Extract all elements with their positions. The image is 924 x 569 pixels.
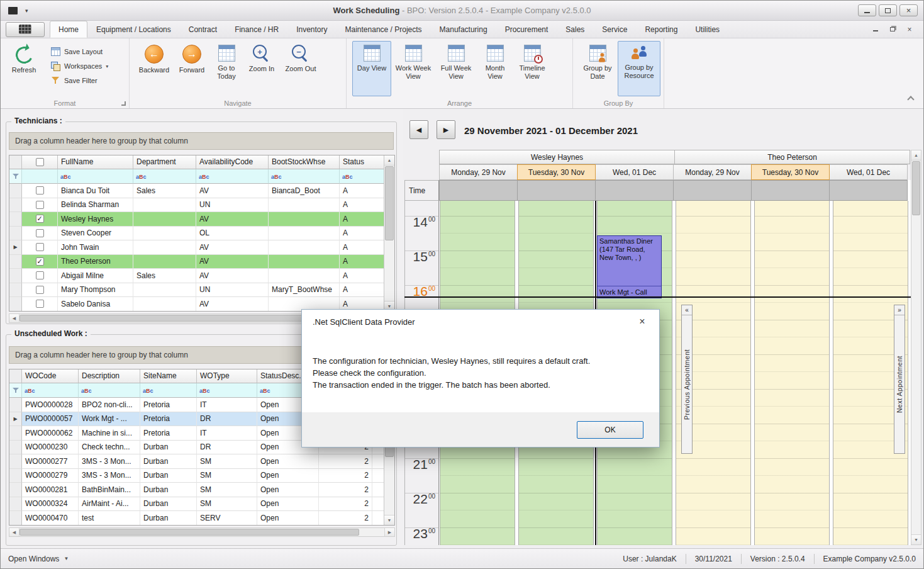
filter-cell-fullname[interactable]: aBc <box>58 169 133 184</box>
cell-department[interactable] <box>133 198 196 213</box>
row-checkbox-cell[interactable] <box>22 255 58 269</box>
cell-wocode[interactable]: WO0000470 <box>22 511 79 526</box>
cell-wotype[interactable]: DR <box>197 412 257 427</box>
day-header-wesley-haynes-tuesday-30-nov[interactable]: Tuesday, 30 Nov <box>517 164 596 180</box>
cell-wocode[interactable]: WO0000277 <box>22 454 79 469</box>
filter-indicator-cell[interactable] <box>9 383 22 398</box>
cell-sitename[interactable]: Pretoria <box>140 426 197 441</box>
tab-contract[interactable]: Contract <box>180 21 226 38</box>
zoom-in-button[interactable]: Zoom In <box>243 41 280 96</box>
cell-description[interactable]: Work Mgt - ... <box>79 412 140 427</box>
cell-fullname[interactable]: Belinda Sharman <box>58 198 133 213</box>
cell-wotype[interactable]: DR <box>197 441 257 455</box>
cell-availabilitycode[interactable]: AV <box>196 212 269 227</box>
timeline-view-button[interactable]: Timeline View <box>513 41 551 96</box>
technician-row[interactable]: Abigail MilneSalesAVA <box>9 269 385 283</box>
cell-description[interactable]: Machine in si... <box>79 426 140 441</box>
appointment[interactable]: Samanthas Diner (147 Tar Road, New Town,… <box>597 235 662 298</box>
allday-cell-wesley-haynes-wed-01-dec[interactable] <box>595 180 674 201</box>
technician-row[interactable]: ▶John TwainAVA <box>9 240 385 255</box>
technician-row[interactable]: Belinda SharmanUNA <box>9 198 385 213</box>
allday-cell-wesley-haynes-monday-29-nov[interactable] <box>439 180 518 201</box>
row-checkbox[interactable] <box>36 229 44 237</box>
cell-description[interactable]: 3MS - 3 Mon... <box>79 454 140 469</box>
cell-status[interactable]: A <box>340 283 385 298</box>
cell-wocode[interactable]: PWO0000062 <box>22 426 79 441</box>
resource-header-wesley-haynes[interactable]: Wesley Haynes <box>439 150 675 164</box>
cell-status[interactable]: A <box>340 227 385 241</box>
cell-status[interactable]: Open <box>257 469 319 483</box>
group-by-date-button[interactable]: Group by Date <box>579 41 616 96</box>
filter-indicator-cell[interactable] <box>9 169 22 184</box>
cell-status[interactable]: A <box>340 255 385 269</box>
filter-cell-wotype[interactable]: aBc <box>197 383 257 398</box>
workorder-row[interactable]: WO00002793MS - 3 Mon...DurbanSMOpen2 <box>9 469 385 483</box>
workorder-row[interactable]: WO0000324AirMaint - Ai...DurbanSMOpen2 <box>9 497 385 512</box>
row-checkbox[interactable] <box>36 257 44 266</box>
cell-wocode[interactable]: WO0000279 <box>22 469 79 483</box>
cell-fullname[interactable]: Sabelo Danisa <box>58 297 133 312</box>
column-header-wotype[interactable]: WOType <box>197 369 257 383</box>
row-checkbox-cell[interactable] <box>22 269 58 283</box>
child-minimize-button[interactable] <box>868 24 883 35</box>
day-view-button[interactable]: Day View <box>352 41 391 96</box>
row-checkbox-cell[interactable] <box>22 297 58 312</box>
allday-cell-theo-peterson-tuesday-30-nov[interactable] <box>751 180 830 201</box>
cell-availabilitycode[interactable]: OL <box>196 227 269 241</box>
cell-wotype[interactable]: SERV <box>197 511 257 526</box>
cell-availabilitycode[interactable]: AV <box>196 269 269 283</box>
row-checkbox-cell[interactable] <box>22 198 58 213</box>
cell-qty[interactable]: 2 <box>319 497 372 512</box>
tab-service[interactable]: Service <box>593 21 636 38</box>
cell-status[interactable]: A <box>340 184 385 198</box>
cell-qty[interactable]: 2 <box>319 511 372 526</box>
row-checkbox-cell[interactable] <box>22 283 58 298</box>
tab-manufacturing[interactable]: Manufacturing <box>431 21 496 38</box>
next-appointment-button[interactable]: » Next Appointment <box>894 305 905 454</box>
format-dialog-launcher-icon[interactable] <box>121 101 126 106</box>
child-restore-button[interactable] <box>885 24 900 35</box>
cell-status[interactable]: A <box>340 198 385 213</box>
row-checkbox[interactable] <box>36 286 44 294</box>
filter-cell-department[interactable]: aBc <box>133 169 196 184</box>
day-header-theo-peterson-wed-01-dec[interactable]: Wed, 01 Dec <box>829 164 908 180</box>
cell-status[interactable]: A <box>340 240 385 255</box>
filter-cell-availabilitycode[interactable]: aBc <box>196 169 269 184</box>
cell-sitename[interactable]: Pretoria <box>140 398 197 412</box>
cell-wotype[interactable]: IT <box>197 426 257 441</box>
cell-description[interactable]: BathBinMain... <box>79 483 140 497</box>
technician-row[interactable]: Bianca Du ToitSalesAVBiancaD_BootA <box>9 184 385 198</box>
unscheduled-horizontal-scrollbar[interactable]: ◀ ▶ <box>9 527 395 537</box>
cell-fullname[interactable]: John Twain <box>58 240 133 255</box>
technicians-vertical-scrollbar[interactable]: ▲ ▼ <box>384 155 394 311</box>
cell-description[interactable]: Check techn... <box>79 441 140 455</box>
day-column-theo-peterson-tuesday-30-nov[interactable] <box>754 201 830 545</box>
scroll-down-icon[interactable]: ▼ <box>911 534 921 544</box>
work-week-view-button[interactable]: Work Week View <box>392 41 434 96</box>
application-button[interactable] <box>6 22 45 37</box>
workspaces-button[interactable]: Workspaces▾ <box>48 60 111 72</box>
allday-cell-wesley-haynes-tuesday-30-nov[interactable] <box>517 180 596 201</box>
row-checkbox-cell[interactable] <box>22 184 58 198</box>
cell-sitename[interactable]: Durban <box>140 497 197 512</box>
row-checkbox[interactable] <box>36 271 44 279</box>
cell-wotype[interactable]: IT <box>197 398 257 412</box>
select-all-header[interactable] <box>22 155 58 169</box>
cell-sitename[interactable]: Durban <box>140 441 197 455</box>
scroll-down-icon[interactable]: ▼ <box>384 515 394 525</box>
cell-bootstockwhse[interactable] <box>269 269 340 283</box>
tab-maintenance-projects[interactable]: Maintenance / Projects <box>337 21 431 38</box>
technicians-group-by-area[interactable]: Drag a column header here to group by th… <box>9 132 394 150</box>
workorder-row[interactable]: WO0000281BathBinMain...DurbanSMOpen2 <box>9 483 385 497</box>
row-checkbox[interactable] <box>36 201 44 209</box>
collapse-ribbon-icon[interactable] <box>907 96 914 103</box>
cell-fullname[interactable]: Steven Cooper <box>58 227 133 241</box>
group-by-resource-button[interactable]: Group by Resource <box>618 41 660 96</box>
save-layout-button[interactable]: Save Layout <box>48 46 111 57</box>
cell-availabilitycode[interactable]: UN <box>196 198 269 213</box>
row-checkbox[interactable] <box>36 243 44 251</box>
technician-row[interactable]: Wesley HaynesAVA <box>9 212 385 227</box>
cell-status[interactable]: Open <box>257 483 319 497</box>
quick-access-caret-icon[interactable]: ▾ <box>25 8 28 14</box>
cell-wocode[interactable]: WO0000324 <box>22 497 79 512</box>
